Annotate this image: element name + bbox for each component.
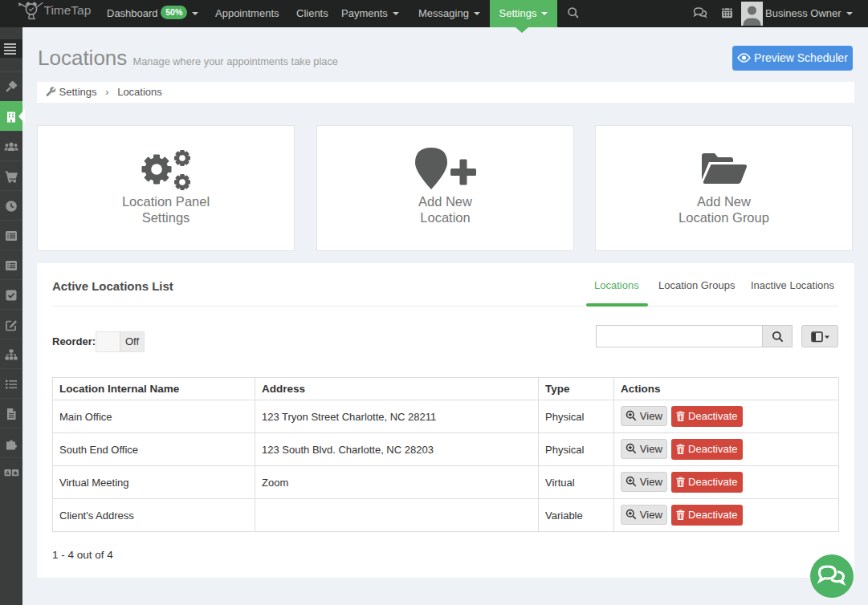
svg-text:A: A xyxy=(6,470,10,476)
svg-text:TimeTap: TimeTap xyxy=(44,3,92,17)
